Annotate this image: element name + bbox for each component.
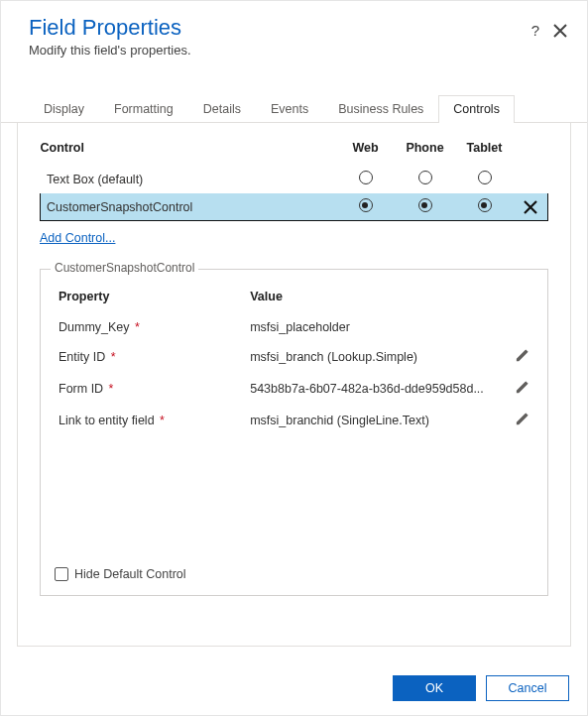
add-control-link[interactable]: Add Control... (40, 231, 115, 245)
tab-controls[interactable]: Controls (438, 95, 515, 123)
tablet-radio[interactable] (478, 198, 492, 212)
property-row: Link to entity field *msfsi_branchid (Si… (55, 405, 533, 436)
property-value: 543b8b7a-6b07-482a-b36d-dde959d58d... (246, 373, 504, 405)
tab-events[interactable]: Events (256, 95, 323, 122)
property-row: Form ID *543b8b7a-6b07-482a-b36d-dde959d… (55, 373, 533, 405)
property-value: msfsi_branchid (SingleLine.Text) (246, 405, 504, 436)
hide-default-control[interactable]: Hide Default Control (55, 567, 186, 581)
help-icon[interactable]: ? (531, 23, 539, 38)
close-icon[interactable] (553, 24, 567, 38)
ok-button[interactable]: OK (393, 675, 476, 701)
control-name: Text Box (default) (41, 166, 336, 193)
web-radio[interactable] (359, 171, 373, 184)
col-control: Control (41, 141, 336, 166)
col-property: Property (55, 286, 246, 313)
remove-control-icon[interactable] (524, 200, 537, 214)
property-value: msfsi_placeholder (246, 313, 504, 341)
property-row: Dummy_Key *msfsi_placeholder (55, 313, 533, 341)
tab-display[interactable]: Display (29, 95, 99, 122)
controls-table: Control Web Phone Tablet Text Box (defau… (40, 141, 548, 221)
control-details-fieldset: CustomerSnapshotControl Property Value D… (40, 269, 548, 596)
property-name: Link to entity field * (55, 405, 246, 436)
property-name: Form ID * (55, 373, 246, 405)
properties-table: Property Value Dummy_Key *msfsi_placehol… (55, 286, 533, 436)
tabs-bar: DisplayFormattingDetailsEventsBusiness R… (1, 95, 587, 123)
control-name: CustomerSnapshotControl (41, 193, 336, 221)
tab-formatting[interactable]: Formatting (99, 95, 188, 122)
hide-default-checkbox[interactable] (55, 567, 68, 581)
col-web: Web (336, 141, 396, 166)
col-phone: Phone (396, 141, 455, 166)
edit-icon[interactable] (515, 416, 529, 429)
property-value: msfsi_branch (Lookup.Simple) (246, 341, 504, 373)
property-name: Dummy_Key * (55, 313, 246, 341)
control-row[interactable]: Text Box (default) (41, 166, 548, 193)
phone-radio[interactable] (418, 198, 432, 212)
web-radio[interactable] (359, 198, 373, 212)
property-row: Entity ID *msfsi_branch (Lookup.Simple) (55, 341, 533, 373)
hide-default-label: Hide Default Control (74, 567, 186, 581)
col-value: Value (246, 286, 504, 313)
phone-radio[interactable] (418, 171, 432, 184)
col-tablet: Tablet (455, 141, 515, 166)
dialog-title: Field Properties (29, 15, 531, 41)
tab-details[interactable]: Details (188, 95, 256, 122)
dialog-subtitle: Modify this field's properties. (29, 43, 531, 58)
tab-controls-panel: Control Web Phone Tablet Text Box (defau… (17, 123, 571, 647)
edit-icon[interactable] (515, 352, 529, 366)
property-name: Entity ID * (55, 341, 246, 373)
control-row[interactable]: CustomerSnapshotControl (41, 193, 548, 221)
cancel-button[interactable]: Cancel (486, 675, 569, 701)
tablet-radio[interactable] (478, 171, 492, 184)
tab-business-rules[interactable]: Business Rules (323, 95, 438, 122)
edit-icon[interactable] (515, 384, 529, 398)
fieldset-legend: CustomerSnapshotControl (51, 261, 198, 275)
dialog-footer: OK Cancel (393, 675, 569, 701)
